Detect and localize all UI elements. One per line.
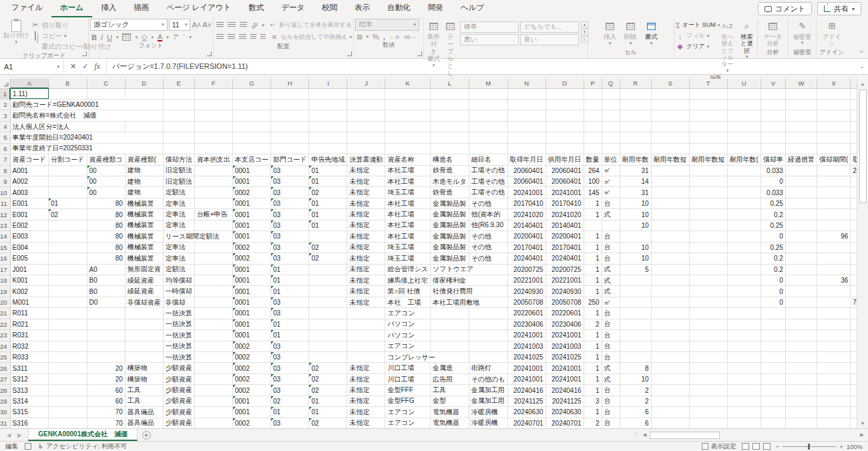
cell-Q13[interactable] [602, 220, 620, 231]
cell-I29[interactable]: 01 [309, 396, 347, 406]
cell-Q4[interactable] [602, 121, 620, 132]
cell-W14[interactable] [785, 231, 817, 242]
cell-R5[interactable] [620, 132, 651, 143]
cell-S24[interactable] [651, 341, 689, 351]
cell-T22[interactable] [689, 319, 727, 329]
cell-K11[interactable]: 本社工場 [385, 198, 430, 208]
cell-M30[interactable]: 冷暖房機 [469, 407, 507, 418]
cell-H12[interactable]: 03 [270, 209, 308, 220]
cell-P12[interactable]: 1 [584, 209, 602, 220]
cell-R31[interactable]: 6 [620, 418, 651, 428]
row-header-4[interactable]: 4 [0, 121, 10, 132]
cell-Y1[interactable] [851, 88, 857, 99]
cell-D4[interactable] [125, 121, 163, 132]
cell-V17[interactable]: 0.2 [761, 264, 785, 275]
cell-V19[interactable]: 0 [761, 286, 785, 297]
cell-K21[interactable]: エアコン [385, 308, 430, 319]
format-cells-button[interactable]: 書式▾ [643, 19, 660, 46]
cell-H28[interactable]: 03 [270, 385, 308, 396]
cell-G22[interactable]: 0001 [232, 319, 270, 329]
cell-K25[interactable]: コンプレッサー [385, 352, 469, 363]
cell-I24[interactable] [309, 341, 347, 351]
align-bottom-icon[interactable] [240, 22, 247, 28]
cell-C22[interactable] [87, 319, 125, 329]
column-header-B[interactable]: B [49, 79, 87, 88]
cell-H15[interactable]: 03 [270, 242, 308, 253]
cell-D22[interactable] [125, 319, 163, 329]
cell-B9[interactable] [49, 176, 87, 187]
cell-P30[interactable]: 1 [584, 407, 602, 418]
cell-G26[interactable]: 0002 [232, 363, 270, 373]
cell-W20[interactable] [785, 297, 817, 307]
cell-W17[interactable] [785, 264, 817, 275]
cell-M27[interactable]: その他のも [469, 373, 507, 384]
cell-T11[interactable] [689, 198, 727, 208]
cell-A25[interactable]: R033 [10, 352, 48, 363]
cell-C26[interactable]: 20 [87, 363, 125, 373]
cell-H17[interactable]: 01 [270, 264, 308, 275]
percent-style-icon[interactable]: % [373, 33, 379, 41]
cell-O9[interactable]: 20060401 [546, 176, 584, 187]
comma-style-icon[interactable]: , [383, 33, 385, 41]
cell-E5[interactable] [163, 132, 194, 143]
cell-P17[interactable]: 1 [584, 264, 602, 275]
cell-M25[interactable] [469, 352, 507, 363]
cell-N28[interactable]: 20240416 [507, 385, 546, 396]
cell-U31[interactable] [727, 418, 761, 428]
cell-R14[interactable] [620, 231, 651, 242]
cell-X16[interactable] [817, 253, 850, 264]
cell-T10[interactable] [689, 187, 727, 198]
cell-O23[interactable]: 20241001 [546, 330, 584, 341]
cell-D9[interactable]: 建物 [125, 176, 163, 187]
cell-F1[interactable] [194, 88, 232, 99]
cell-J1[interactable] [347, 88, 385, 99]
cell-D8[interactable]: 建物 [125, 165, 163, 176]
decrease-indent-icon[interactable] [250, 34, 256, 40]
cell-A12[interactable]: E001 [10, 209, 48, 220]
cell-I9[interactable]: 01 [309, 176, 347, 187]
ribbon-tab-11[interactable]: ヘルプ [452, 0, 493, 17]
cell-E12[interactable]: 定率法 [163, 209, 194, 220]
column-header-D[interactable]: D [125, 79, 163, 88]
cell-B31[interactable] [49, 418, 87, 428]
row-header-6[interactable]: 6 [0, 143, 10, 154]
cell-N7[interactable]: 取得年月日 [507, 154, 546, 165]
row-header-10[interactable]: 10 [0, 187, 10, 198]
cell-J3[interactable] [347, 110, 385, 121]
cell-O19[interactable]: 20240930 [546, 286, 584, 297]
column-header-M[interactable]: M [469, 79, 507, 88]
cell-N4[interactable] [507, 121, 546, 132]
scroll-up-icon[interactable]: ▲ [857, 79, 868, 89]
cell-T1[interactable] [689, 88, 727, 99]
cell-R12[interactable]: 10 [620, 209, 651, 220]
cell-S11[interactable] [651, 198, 689, 208]
font-size-combo[interactable]: 11▾ [169, 19, 191, 31]
cell-Y6[interactable] [851, 143, 857, 154]
cell-V31[interactable] [761, 418, 785, 428]
cell-A5[interactable]: 事業年度開始日=20240401 [10, 132, 163, 143]
cell-G2[interactable] [232, 99, 270, 110]
cell-K31[interactable]: エアコン [385, 418, 430, 428]
cell-Q14[interactable]: 台 [602, 231, 620, 242]
cell-U19[interactable] [727, 286, 761, 297]
cell-W16[interactable] [785, 253, 817, 264]
cell-N1[interactable] [507, 88, 546, 99]
cell-X26[interactable] [817, 363, 850, 373]
cell-G3[interactable] [232, 110, 270, 121]
cell-L22[interactable] [430, 319, 469, 329]
cell-Y22[interactable]: 360000 [851, 319, 857, 329]
cell-I21[interactable] [309, 308, 347, 319]
cell-W15[interactable] [785, 242, 817, 253]
cell-N6[interactable] [507, 143, 546, 154]
cell-P28[interactable]: 1 [584, 385, 602, 396]
cell-V10[interactable]: 0.033 [761, 187, 785, 198]
cell-G14[interactable]: 0001 [232, 231, 270, 242]
cell-R18[interactable] [620, 275, 651, 285]
column-header-S[interactable]: S [651, 79, 689, 88]
cell-I30[interactable]: 01 [309, 407, 347, 418]
increase-indent-icon[interactable] [260, 34, 266, 40]
cell-N19[interactable]: 20240930 [507, 286, 546, 297]
cell-R16[interactable]: 10 [620, 253, 651, 264]
cell-I11[interactable]: 01 [309, 198, 347, 208]
cell-W25[interactable] [785, 352, 817, 363]
